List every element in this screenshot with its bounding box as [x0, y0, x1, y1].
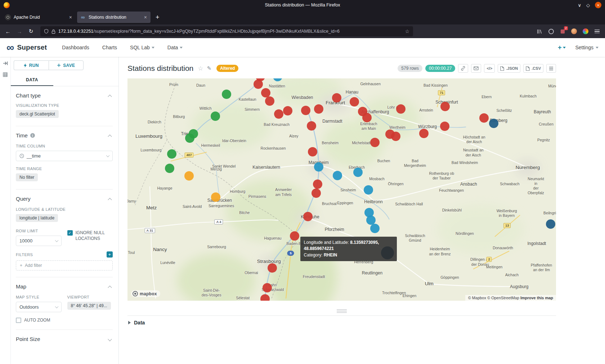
auto-zoom-checkbox[interactable]: AUTO ZOOM: [16, 317, 113, 323]
map-style-select[interactable]: Outdoors: [16, 302, 62, 312]
datasource-grid-icon[interactable]: [3, 72, 8, 78]
map-point-red[interactable]: [440, 122, 449, 131]
map-point-red[interactable]: [419, 129, 429, 138]
export-json-button[interactable]: .JSON: [498, 64, 520, 73]
altered-badge[interactable]: Altered: [216, 65, 238, 72]
viz-type-value[interactable]: deck.gl Scatterplot: [16, 110, 59, 118]
map-point-red[interactable]: [370, 138, 380, 147]
map-point-red[interactable]: [312, 188, 321, 198]
section-header[interactable]: Point Size: [16, 336, 113, 342]
map-point-green[interactable]: [185, 133, 194, 143]
pinwheel-extension-icon[interactable]: [582, 28, 589, 35]
data-panel-toggle[interactable]: Data: [127, 315, 556, 329]
map-point-red[interactable]: [260, 294, 270, 301]
superset-brand[interactable]: ∞ Superset: [6, 42, 47, 53]
expand-panel-icon[interactable]: [3, 60, 8, 67]
nav-charts[interactable]: Charts: [102, 45, 117, 50]
map-point-red[interactable]: [313, 179, 322, 189]
add-filter-plus-button[interactable]: +: [107, 251, 113, 258]
map-point-red[interactable]: [265, 96, 274, 106]
map-point-red[interactable]: [290, 231, 299, 241]
map-point-red[interactable]: [301, 106, 310, 115]
back-button[interactable]: ←: [3, 27, 13, 36]
email-button[interactable]: [471, 64, 481, 73]
run-button[interactable]: RUN: [14, 60, 49, 70]
map-point-red[interactable]: [479, 113, 489, 123]
section-header[interactable]: Time i: [16, 132, 113, 138]
map-point-blue[interactable]: [314, 162, 323, 172]
checkbox-checked-icon[interactable]: ✓: [67, 230, 73, 236]
export-csv-button[interactable]: .CSV: [523, 64, 543, 73]
map-point-red[interactable]: [332, 93, 341, 103]
url-bar[interactable]: 172.18.0.4:32251/superset/explore/?form_…: [40, 26, 413, 36]
improve-map-link[interactable]: Improve this map: [520, 296, 553, 300]
profile-avatar-icon[interactable]: [570, 28, 578, 35]
tab-data[interactable]: DATA: [11, 75, 53, 86]
map-point-red[interactable]: [396, 104, 405, 114]
favorite-star-icon[interactable]: ☆: [198, 65, 203, 72]
time-range-value[interactable]: No filter: [16, 173, 38, 181]
map-point-green[interactable]: [165, 164, 174, 173]
map-point-red[interactable]: [274, 109, 283, 119]
map-point-red[interactable]: [440, 102, 450, 111]
map-point-navy[interactable]: [489, 119, 498, 128]
checkbox-unchecked-icon[interactable]: [16, 318, 21, 323]
forward-button[interactable]: →: [14, 27, 24, 36]
map-point-red[interactable]: [350, 97, 359, 106]
map-point-blue[interactable]: [333, 171, 342, 180]
map-point-blue[interactable]: [364, 185, 373, 195]
map-point-orange[interactable]: [211, 192, 220, 202]
map-point-blue[interactable]: [370, 224, 380, 233]
map-point-blue[interactable]: [273, 78, 282, 81]
section-header[interactable]: Chart type: [16, 92, 113, 99]
shield-icon[interactable]: [44, 29, 49, 34]
map-point-red[interactable]: [308, 147, 317, 156]
map-point-red[interactable]: [391, 132, 400, 141]
map-point-red[interactable]: [314, 104, 323, 114]
tab-apache-druid[interactable]: Apache Druid ×: [2, 12, 76, 23]
tab-stations-distribution[interactable]: ∞ Stations distribution ×: [77, 12, 151, 23]
map-point-red[interactable]: [283, 106, 292, 115]
viewport-value[interactable]: 8° 46' 45.28" | 49...: [67, 302, 111, 310]
save-button[interactable]: SAVE: [49, 60, 84, 70]
account-icon[interactable]: [547, 28, 555, 35]
nav-data[interactable]: Data: [167, 45, 183, 50]
map-point-green[interactable]: [167, 149, 176, 159]
row-limit-select[interactable]: 10000: [16, 236, 62, 246]
resize-handle[interactable]: [127, 309, 556, 313]
edit-properties-icon[interactable]: ✎: [207, 65, 212, 72]
section-header[interactable]: Query: [16, 196, 113, 202]
mapbox-logo[interactable]: mapbox: [131, 290, 160, 297]
map-point-green[interactable]: [222, 90, 231, 99]
window-maximize-icon[interactable]: ◇: [586, 3, 590, 8]
map-point-green[interactable]: [211, 112, 220, 121]
map-point-red[interactable]: [263, 283, 272, 292]
nav-sql-lab[interactable]: SQL Lab: [130, 45, 154, 50]
window-minimize-icon[interactable]: ∨: [578, 3, 581, 8]
window-close-icon[interactable]: ×: [595, 2, 601, 8]
lonlat-value[interactable]: longitude | latitude: [16, 214, 58, 222]
new-tab-button[interactable]: +: [152, 14, 163, 21]
lock-icon[interactable]: [51, 29, 55, 34]
section-header[interactable]: Map: [16, 283, 113, 290]
tab-close-icon[interactable]: ×: [68, 14, 73, 20]
extension-icon[interactable]: 2: [559, 28, 566, 35]
embed-code-button[interactable]: </>: [484, 64, 495, 73]
add-filter-box[interactable]: + Add filter: [16, 260, 113, 270]
settings-menu[interactable]: Settings: [575, 45, 599, 50]
browser-menu-icon[interactable]: [593, 28, 601, 35]
ignore-null-checkbox[interactable]: ✓ IGNORE NULL LOCATIONS: [67, 230, 113, 241]
map-point-blue[interactable]: [353, 168, 363, 177]
reload-button[interactable]: ↻: [26, 27, 36, 36]
bookmark-star-icon[interactable]: ☆: [405, 28, 409, 34]
deckgl-map[interactable]: PrümDaunNastättenGelnhausenBad Kissingen…: [127, 78, 556, 301]
tab-close-icon[interactable]: ×: [143, 14, 148, 20]
map-point-red[interactable]: [268, 263, 277, 273]
map-point-red[interactable]: [307, 121, 316, 131]
library-icon[interactable]: [536, 28, 543, 35]
map-point-red[interactable]: [303, 212, 313, 221]
chart-menu-button[interactable]: [546, 64, 556, 73]
map-point-red[interactable]: [362, 113, 372, 122]
nav-dashboards[interactable]: Dashboards: [62, 45, 89, 50]
map-point-orange[interactable]: [184, 171, 194, 181]
